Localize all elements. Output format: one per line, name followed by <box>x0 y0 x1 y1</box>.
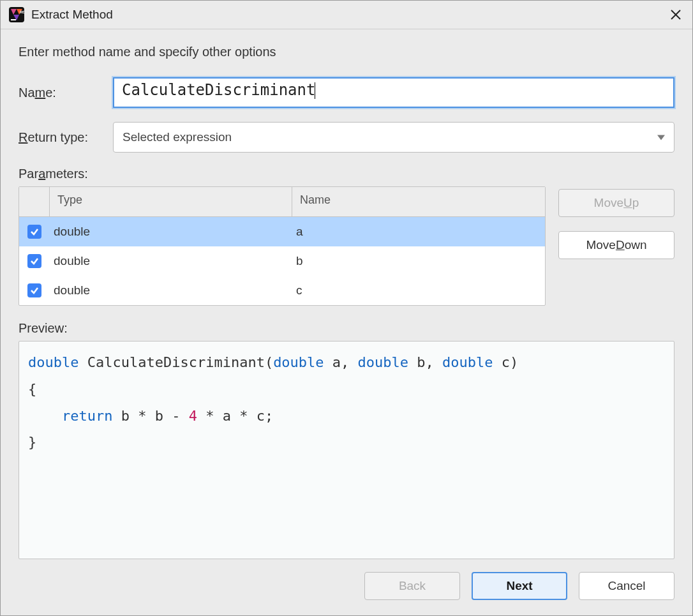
parameters-header: Type Name <box>19 187 545 217</box>
preview-pane: double CalculateDiscriminant(double a, d… <box>19 341 674 559</box>
parameter-row[interactable]: doublea <box>19 217 545 246</box>
parameter-checkbox[interactable] <box>27 225 41 239</box>
next-button[interactable]: Next <box>472 572 567 600</box>
svg-rect-4 <box>11 19 16 20</box>
parameters-area: Type Name doubleadoublebdoublec Move Up … <box>19 186 674 306</box>
name-label: Name: <box>19 86 113 100</box>
parameter-type: double <box>50 254 292 268</box>
parameter-name: a <box>292 225 545 239</box>
svg-text:RD: RD <box>20 10 24 14</box>
dialog-footer: Back Next Cancel <box>1 572 692 615</box>
app-icon: RD <box>8 6 25 23</box>
cancel-button[interactable]: Cancel <box>579 572 674 600</box>
return-type-label: Return type: <box>19 130 113 145</box>
move-up-button[interactable]: Move Up <box>558 189 674 217</box>
col-name: Name <box>292 187 545 216</box>
parameter-type: double <box>50 225 292 239</box>
parameter-checkbox[interactable] <box>27 283 41 297</box>
dialog-title: Extract Method <box>31 8 666 22</box>
method-name-input[interactable]: CalculateDiscriminant <box>113 77 674 108</box>
dialog-content: Enter method name and specify other opti… <box>1 29 692 572</box>
parameter-row[interactable]: doublec <box>19 276 545 305</box>
back-button[interactable]: Back <box>364 572 460 600</box>
parameter-type: double <box>50 283 292 297</box>
instruction-text: Enter method name and specify other opti… <box>19 45 674 59</box>
parameter-name: b <box>292 254 545 268</box>
close-icon[interactable] <box>666 4 686 25</box>
name-row: Name: CalculateDiscriminant <box>19 77 674 108</box>
titlebar: RD Extract Method <box>1 1 692 29</box>
move-down-button[interactable]: Move Down <box>558 231 674 259</box>
parameters-body: doubleadoublebdoublec <box>19 217 545 305</box>
parameter-name: c <box>292 283 545 297</box>
col-type: Type <box>50 187 292 216</box>
preview-label: Preview: <box>19 321 674 336</box>
parameter-checkbox[interactable] <box>27 254 41 268</box>
return-type-select[interactable]: Selected expression <box>113 122 674 153</box>
return-type-row: Return type: Selected expression <box>19 122 674 153</box>
col-check <box>19 187 50 216</box>
parameters-label: Parameters: <box>19 167 674 181</box>
extract-method-dialog: RD Extract Method Enter method name and … <box>0 0 693 616</box>
move-buttons: Move Up Move Down <box>558 186 674 306</box>
parameters-table: Type Name doubleadoublebdoublec <box>19 186 546 306</box>
return-type-select-wrap: Selected expression <box>113 122 674 153</box>
parameter-row[interactable]: doubleb <box>19 246 545 276</box>
